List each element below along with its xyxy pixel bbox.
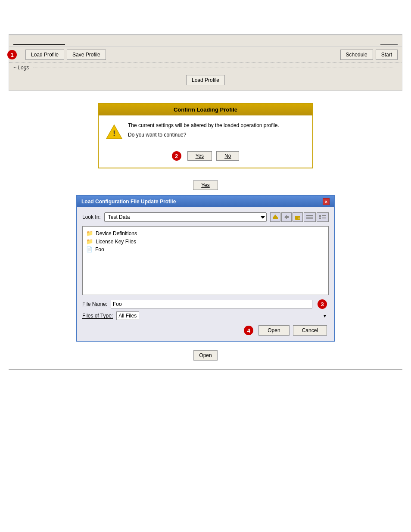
save-profile-button[interactable]: Save Profile <box>67 50 106 60</box>
file-type-label: Files of Type: <box>82 313 113 319</box>
file-dialog-body: Look In: Test Data + <box>77 207 334 341</box>
yes-standalone-area: Yes <box>0 180 411 190</box>
confirm-no-button[interactable]: No <box>216 151 239 161</box>
svg-text:+: + <box>298 217 300 220</box>
open-standalone-button[interactable]: Open <box>193 350 217 361</box>
file-name-row: File Name: 3 <box>82 299 329 309</box>
folder-icon-2: 📁 <box>86 238 93 245</box>
step-badge-4: 4 <box>244 326 253 335</box>
page-container: 1 Load Profile Save Profile Schedule Sta… <box>0 34 411 532</box>
bottom-divider <box>9 369 402 370</box>
svg-rect-9 <box>306 217 313 218</box>
look-in-label: Look In: <box>82 214 101 220</box>
nav-up-button[interactable] <box>270 212 280 222</box>
svg-text:!: ! <box>113 129 115 138</box>
confirm-buttons: 2 Yes No <box>99 149 312 168</box>
toolbar-icons: + <box>270 212 329 222</box>
svg-rect-11 <box>319 215 321 217</box>
file-cancel-button[interactable]: Cancel <box>293 325 327 336</box>
file-open-button[interactable]: Open <box>258 325 289 336</box>
confirm-text: The current settings will be altered by … <box>128 122 279 142</box>
file-type-select[interactable]: All Files <box>116 311 139 320</box>
look-in-row: Look In: Test Data + <box>82 212 329 222</box>
detail-view-button[interactable] <box>317 212 329 222</box>
step-badge-1: 1 <box>7 50 17 59</box>
load-profile-section-button[interactable]: Load Profile <box>186 75 225 85</box>
new-folder-button[interactable]: + <box>293 212 303 222</box>
file-icon: 📄 <box>86 246 93 252</box>
file-list: 📁 Device Definitions 📁 License Key Files… <box>82 226 329 295</box>
start-button[interactable]: Start <box>376 50 398 60</box>
svg-rect-13 <box>319 218 321 219</box>
list-item-device-definitions: 📁 Device Definitions <box>86 229 325 237</box>
file-dialog-header: Load Configuration File Update Profile × <box>77 196 334 207</box>
confirm-yes-button[interactable]: Yes <box>187 151 212 161</box>
svg-rect-2 <box>273 218 278 219</box>
file-dialog-buttons: 4 Open Cancel <box>82 325 329 336</box>
file-type-arrow: ▼ <box>323 314 327 318</box>
tab-input-1 <box>13 38 65 45</box>
folder-icon: 📁 <box>86 230 93 236</box>
confirm-dialog: Confirm Loading Profile ! The current se… <box>98 103 313 168</box>
file-type-wrapper: All Files ▼ <box>116 311 329 320</box>
tab-input-2 <box>380 38 398 45</box>
step-badge-2: 2 <box>172 151 181 161</box>
file-type-row: Files of Type: All Files ▼ <box>82 311 329 320</box>
warning-icon: ! <box>106 123 123 142</box>
load-profile-button[interactable]: Load Profile <box>25 50 64 60</box>
confirm-dialog-header: Confirm Loading Profile <box>99 104 312 115</box>
toolbar-wrapper: 1 Load Profile Save Profile Schedule Sta… <box>9 35 402 91</box>
confirm-dialog-body: ! The current settings will be altered b… <box>99 115 312 149</box>
svg-rect-10 <box>306 218 313 219</box>
list-item-license-key-files: 📁 License Key Files <box>86 237 325 246</box>
file-name-input[interactable] <box>111 300 312 308</box>
nav-back-button[interactable] <box>281 212 292 222</box>
file-name-label: File Name: <box>82 301 107 307</box>
list-item-foo: 📄 Foo <box>86 246 325 253</box>
list-view-button[interactable] <box>304 212 316 222</box>
svg-rect-14 <box>322 218 326 218</box>
schedule-button[interactable]: Schedule <box>340 50 373 60</box>
svg-marker-4 <box>284 215 289 219</box>
open-btn-area: Open <box>0 350 411 361</box>
look-in-wrapper: Test Data <box>104 212 267 222</box>
look-in-select[interactable]: Test Data <box>104 212 267 222</box>
svg-rect-12 <box>322 215 326 216</box>
svg-marker-3 <box>273 215 278 218</box>
file-dialog-close-button[interactable]: × <box>323 198 330 205</box>
svg-rect-6 <box>295 216 297 217</box>
yes-standalone-button[interactable]: Yes <box>193 180 218 190</box>
step-badge-3: 3 <box>318 299 327 309</box>
file-dialog: Load Configuration File Update Profile ×… <box>76 195 335 342</box>
svg-rect-8 <box>306 215 313 216</box>
logs-label: ~ Logs <box>13 65 29 71</box>
